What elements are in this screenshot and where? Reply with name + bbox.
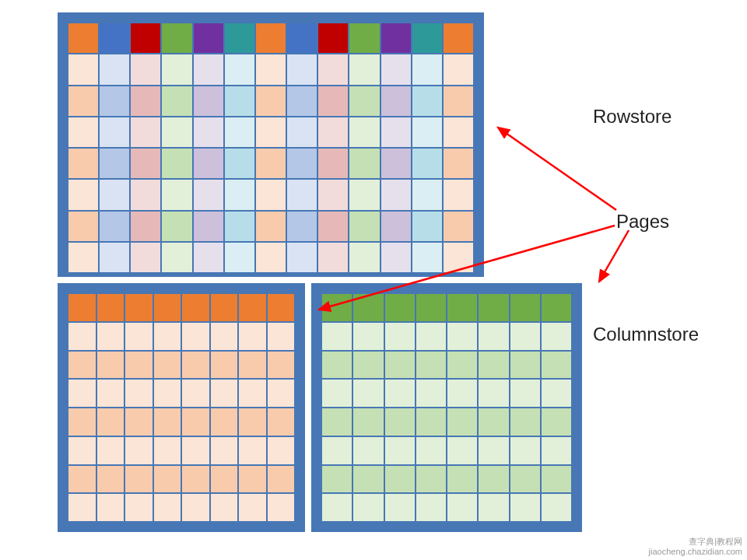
grid-cell (381, 212, 411, 241)
grid-cell (162, 212, 191, 241)
grid-cell (447, 352, 477, 379)
grid-cell (100, 149, 129, 178)
grid-cell (542, 323, 571, 350)
grid-cell (68, 494, 96, 521)
grid-cell (68, 466, 96, 493)
grid-cell (100, 23, 129, 53)
grid-row (68, 149, 473, 178)
grid-cell (131, 117, 160, 147)
grid-cell (353, 352, 383, 379)
watermark-line1: 查字典|教程网 (649, 537, 742, 547)
grid-cell (444, 180, 473, 209)
grid-cell (318, 23, 348, 53)
grid-cell (385, 437, 415, 464)
grid-cell (479, 380, 508, 407)
grid-cell (287, 117, 317, 147)
grid-row (68, 437, 294, 464)
grid-cell (225, 54, 254, 84)
grid-cell (125, 437, 153, 464)
grid-cell (211, 408, 238, 436)
grid-cell (479, 323, 508, 350)
grid-cell (256, 54, 286, 84)
grid-cell (97, 466, 124, 493)
grid-cell (412, 180, 442, 209)
grid-cell (97, 380, 124, 407)
grid-cell (385, 352, 415, 379)
grid-cell (510, 408, 540, 436)
grid-cell (225, 243, 254, 272)
watermark-line2: jiaocheng.chazidian.com (649, 547, 742, 557)
grid-cell (256, 180, 286, 209)
grid-cell (287, 54, 317, 84)
grid-row (68, 180, 473, 209)
grid-cell (68, 54, 98, 84)
grid-cell (162, 243, 191, 272)
grid-cell (318, 180, 348, 209)
grid-cell (349, 243, 379, 272)
grid-cell (211, 437, 238, 464)
grid-cell (68, 212, 98, 241)
grid-cell (256, 117, 286, 147)
grid-cell (447, 323, 477, 350)
grid-cell (194, 212, 223, 241)
grid-cell (444, 212, 473, 241)
grid-row (68, 352, 294, 379)
grid-cell (412, 212, 442, 241)
grid-cell (416, 294, 446, 321)
grid-cell (385, 466, 415, 493)
grid-cell (97, 294, 124, 321)
grid-cell (239, 494, 266, 521)
grid-cell (542, 380, 571, 407)
grid-cell (68, 180, 98, 209)
grid-cell (412, 54, 442, 84)
grid-cell (68, 294, 96, 321)
grid-cell (131, 23, 160, 53)
grid-cell (322, 466, 352, 493)
grid-cell (162, 117, 191, 147)
grid-cell (268, 380, 295, 407)
grid-cell (97, 408, 124, 436)
grid-cell (211, 380, 238, 407)
grid-cell (154, 494, 181, 521)
grid-cell (479, 352, 508, 379)
grid-cell (131, 243, 160, 272)
grid-cell (131, 212, 160, 241)
grid-cell (444, 86, 473, 116)
grid-cell (125, 352, 153, 379)
grid-cell (353, 408, 383, 436)
grid-cell (416, 494, 446, 521)
grid-cell (68, 408, 96, 436)
grid-cell (268, 494, 295, 521)
grid-cell (353, 380, 383, 407)
grid-cell (479, 294, 508, 321)
grid-cell (416, 380, 446, 407)
grid-cell (287, 86, 317, 116)
grid-cell (385, 494, 415, 521)
grid-cell (211, 294, 238, 321)
grid-cell (447, 466, 477, 493)
grid-cell (447, 294, 477, 321)
grid-cell (68, 23, 98, 53)
grid-cell (100, 243, 129, 272)
grid-cell (182, 408, 209, 436)
grid-cell (416, 437, 446, 464)
grid-cell (256, 23, 286, 53)
grid-cell (194, 117, 223, 147)
grid-cell (412, 23, 442, 53)
grid-row (322, 294, 571, 321)
grid-cell (287, 23, 317, 53)
grid-cell (349, 54, 379, 84)
grid-row (68, 86, 473, 116)
grid-row (68, 117, 473, 147)
grid-cell (447, 494, 477, 521)
grid-cell (447, 437, 477, 464)
grid-cell (542, 408, 571, 436)
grid-cell (162, 54, 191, 84)
grid-cell (412, 149, 442, 178)
grid-cell (68, 437, 96, 464)
grid-cell (353, 466, 383, 493)
grid-cell (182, 494, 209, 521)
grid-cell (100, 180, 129, 209)
grid-cell (322, 408, 352, 436)
grid-cell (349, 23, 379, 53)
